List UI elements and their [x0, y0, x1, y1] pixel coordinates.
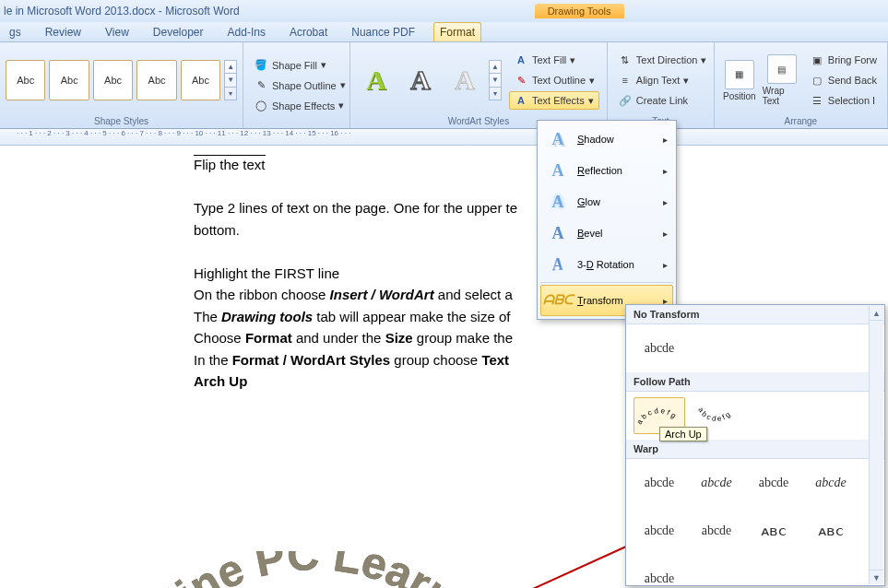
chevron-right-icon: ▸	[663, 260, 668, 270]
menu-item-shadow[interactable]: A Shadow ▸	[540, 123, 673, 155]
text-fill-icon: A	[514, 53, 528, 67]
create-link-button[interactable]: 🔗 Create Link	[613, 91, 712, 110]
position-button[interactable]: ▦ Position	[720, 60, 759, 101]
transform-option-warp[interactable]: ᴀʙᴄ	[801, 512, 860, 549]
shape-style-swatch[interactable]: Abc	[181, 60, 220, 100]
gallery-scrollbar[interactable]: ▲ ▼	[869, 306, 883, 584]
chevron-down-icon: ▾	[340, 79, 346, 91]
effects-icon: ◯	[254, 99, 268, 113]
text-fill-button[interactable]: A Text Fill ▾	[509, 51, 599, 69]
tab-format[interactable]: Format	[433, 22, 481, 41]
chevron-down-icon: ▾	[589, 75, 595, 87]
gallery-section-header: Follow Path	[626, 372, 884, 392]
menu-separator	[540, 282, 673, 283]
chevron-down-icon: ▾	[338, 100, 344, 112]
transform-option-warp[interactable]: abcde	[748, 465, 799, 501]
svg-text:a b c d e f g: a b c d e f g	[636, 406, 678, 426]
wordart-style-swatch[interactable]: A	[400, 60, 441, 100]
transform-option-circle[interactable]: a b c d e f g h i j k	[748, 397, 799, 434]
transform-option-warp[interactable]: abcde	[633, 512, 685, 549]
send-backward-button[interactable]: ▢ Send Back	[805, 71, 882, 89]
svg-text:a b c d e f G h i j k l m n o: a b c d e f G h i j k l m n o	[808, 400, 854, 401]
wordart-style-swatch[interactable]: A	[356, 60, 397, 100]
doc-text: Arch Up	[194, 373, 247, 389]
tab-developer[interactable]: Developer	[148, 23, 209, 41]
group-label: Arrange	[720, 114, 882, 126]
text-effects-menu: A Shadow ▸ A Reflection ▸ A Glow ▸ A Bev…	[537, 120, 677, 320]
horizontal-ruler[interactable]: · · · 1 · · · 2 · · · 3 · · · 4 · · · 5 …	[0, 129, 888, 146]
transform-icon: ᗩᗷᑕ	[546, 290, 570, 311]
menu-item-bevel[interactable]: A Bevel ▸	[540, 218, 673, 249]
chevron-down-icon: ▾	[321, 59, 326, 71]
tab-addins[interactable]: Add-Ins	[222, 23, 271, 41]
paint-bucket-icon: 🪣	[254, 58, 268, 73]
text-direction-button[interactable]: ⇅ Text Direction ▾	[613, 51, 712, 69]
shape-outline-button[interactable]: ✎ Shape Outline ▾	[249, 76, 350, 95]
text-effects-icon: A	[514, 93, 528, 108]
svg-point-6	[819, 404, 843, 428]
selection-pane-button[interactable]: ☰ Selection I	[805, 91, 882, 110]
chevron-right-icon: ▸	[663, 135, 668, 145]
scroll-down-icon[interactable]: ▼	[870, 570, 883, 584]
shape-style-swatch[interactable]: Abc	[49, 60, 89, 100]
chevron-right-icon: ▸	[663, 197, 668, 207]
shape-effects-button[interactable]: ◯ Shape Effects ▾	[249, 97, 350, 115]
group-arrange: ▦ Position ▤ Wrap Text ▣ Bring Forw ▢ Se…	[715, 42, 888, 128]
shape-style-swatch[interactable]: Abc	[136, 60, 176, 100]
bevel-icon: A	[546, 223, 570, 243]
wordart-style-swatch[interactable]: A	[444, 60, 485, 100]
group-text: ⇅ Text Direction ▾ ≡ Align Text ▾ 🔗 Crea…	[608, 42, 715, 128]
pencil-icon: ✎	[254, 78, 268, 93]
transform-option-warp[interactable]: abcde	[633, 560, 685, 586]
gallery-section-header: No Transform	[626, 305, 884, 324]
tab-acrobat[interactable]: Acrobat	[284, 23, 333, 41]
send-backward-icon: ▢	[810, 73, 824, 88]
link-icon: 🔗	[618, 93, 633, 108]
tab-partial[interactable]: gs	[4, 23, 27, 41]
svg-text:a b c d e f g h i j k: a b c d e f g h i j k	[751, 400, 797, 402]
transform-option-none[interactable]: abcde	[633, 330, 685, 367]
svg-line-1	[433, 542, 636, 588]
menu-item-reflection[interactable]: A Reflection ▸	[540, 155, 673, 186]
chevron-down-icon: ▾	[701, 54, 706, 66]
wrap-text-button[interactable]: ▤ Wrap Text	[763, 54, 801, 106]
window-title: le in Microsoft Word 2013.docx - Microso…	[4, 5, 240, 18]
bring-forward-icon: ▣	[810, 53, 824, 67]
transform-option-warp[interactable]: abcde	[691, 512, 742, 549]
transform-option-button[interactable]: a b c d e f G h i j k l m n o	[805, 397, 857, 434]
shadow-icon: A	[546, 129, 570, 149]
group-shape-format: 🪣 Shape Fill ▾ ✎ Shape Outline ▾ ◯ Shape…	[243, 42, 350, 128]
position-icon: ▦	[725, 60, 754, 89]
tooltip-arch-up: Arch Up	[659, 427, 707, 441]
transform-option-warp[interactable]: abcde	[633, 465, 685, 501]
menu-item-glow[interactable]: A Glow ▸	[540, 186, 673, 218]
align-text-button[interactable]: ≡ Align Text ▾	[613, 71, 712, 89]
tab-view[interactable]: View	[100, 23, 135, 41]
3d-rotation-icon: A	[545, 253, 567, 276]
transform-gallery: No Transform abcde Follow Path a b c d e…	[625, 304, 885, 586]
transform-option-warp[interactable]: ᴀʙᴄ	[744, 512, 803, 549]
ribbon: Abc Abc Abc Abc Abc ▲▼▾ Shape Styles 🪣 S…	[0, 42, 888, 129]
menu-item-3d-rotation[interactable]: A 3-D Rotation ▸	[540, 249, 673, 280]
tab-review[interactable]: Review	[40, 23, 87, 41]
tab-nuance[interactable]: Nuance PDF	[346, 23, 420, 41]
chevron-right-icon: ▸	[663, 229, 668, 239]
wrap-text-icon: ▤	[767, 54, 797, 84]
annotation-arrow	[424, 533, 645, 588]
group-shape-styles: Abc Abc Abc Abc Abc ▲▼▾ Shape Styles	[0, 42, 243, 128]
wordart-gallery-more[interactable]: ▲▼▾	[489, 60, 502, 100]
shape-style-gallery-more[interactable]: ▲▼▾	[224, 60, 237, 100]
svg-point-4	[762, 404, 786, 428]
transform-option-warp[interactable]: abcde	[691, 465, 742, 501]
shape-style-swatch[interactable]: Abc	[6, 60, 45, 100]
shape-style-swatch[interactable]: Abc	[93, 60, 133, 100]
scroll-up-icon[interactable]: ▲	[870, 306, 883, 321]
text-outline-button[interactable]: ✎ Text Outline ▾	[509, 71, 599, 89]
text-effects-button[interactable]: A Text Effects ▾	[509, 91, 599, 110]
transform-option-warp[interactable]: abcde	[805, 465, 857, 501]
bring-forward-button[interactable]: ▣ Bring Forw	[805, 51, 882, 69]
text-outline-icon: ✎	[514, 73, 528, 88]
shape-fill-button[interactable]: 🪣 Shape Fill ▾	[249, 56, 350, 75]
gallery-section-header: Warp	[626, 440, 884, 459]
glow-icon: A	[546, 192, 570, 212]
